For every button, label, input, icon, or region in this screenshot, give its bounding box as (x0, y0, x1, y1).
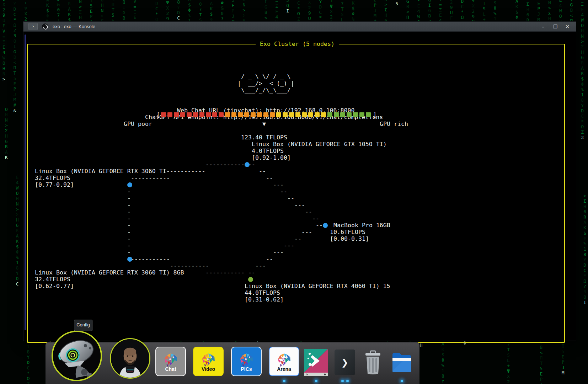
window-menu-button[interactable]: › (28, 23, 38, 30)
konsole-dock-icon[interactable]: ❯ (335, 350, 355, 375)
folder-icon[interactable] (391, 350, 412, 375)
gpu-bar-square (225, 112, 230, 117)
window-titlebar[interactable]: › exo : exo — Konsole – ❐ ✕ (23, 22, 576, 32)
trash-can (363, 350, 383, 375)
konsole-window: › exo : exo — Konsole – ❐ ✕ Exo Cluster … (23, 21, 576, 341)
bar-bracket: [ (156, 112, 160, 118)
matrix-stream: ΨX29UFV=ΞE4WOHN>ΣH6RAK$Φ%18YDC (176, 0, 181, 21)
gpu-bar-square (244, 112, 249, 117)
matrix-stream: ΣH6RAK$Φ%18YDC*ΩZ3QIGB<ΠT5 (394, 0, 400, 6)
cluster-box-title: Exo Cluster (5 nodes) (256, 41, 339, 48)
gpu-bar-square (180, 112, 185, 117)
gpu-bar-square (276, 112, 281, 117)
gpu-bar-square (161, 112, 166, 117)
gpu-bar-square (283, 112, 288, 117)
exo-cluster-box: Exo Cluster (5 nodes) _____ _____ / _ \ … (27, 44, 565, 343)
gpu-bar-square (347, 112, 352, 117)
tile-label: PICs (241, 366, 252, 372)
gpu-bar-square (206, 112, 211, 117)
gpu-bar-square (193, 112, 198, 117)
gpu-bar-square (308, 112, 313, 117)
gpu-bar-square (359, 112, 364, 117)
kdenlive-logo (304, 349, 328, 376)
dock-tile-video[interactable]: Video (193, 347, 224, 376)
node-dot-blue (127, 182, 132, 187)
terminal-content[interactable]: Exo Cluster (5 nodes) _____ _____ / _ \ … (24, 32, 576, 340)
matrix-stream: ΞE4WOHN>ΣH6RAK$Φ%18YDC*ΩZ3QI (285, 0, 290, 14)
gpu-bar-square (257, 112, 262, 117)
dock-tile-chat[interactable]: Chat (155, 347, 186, 376)
terminal-scrollbar[interactable] (25, 34, 26, 330)
matrix-stream: IGB<ΠT5EPJM#&07TSL+ΨX29UFV=ΞE4WOHN>ΣH6RA… (579, 0, 585, 140)
gpu-bar-square (302, 112, 307, 117)
close-button[interactable]: ✕ (564, 24, 571, 29)
dock-tile-arena[interactable]: Arena (269, 347, 299, 376)
gpu-bar-square (295, 112, 300, 117)
tile-label: Video (202, 366, 215, 372)
konsole-app-icon (42, 23, 48, 30)
matrix-stream: >ΣH6RAK$Φ%18YDC*ΩZ3QI (582, 193, 588, 305)
config-button[interactable]: Config (74, 320, 92, 331)
gpu-bar-square (199, 112, 204, 117)
running-indicator-dot (315, 380, 317, 382)
running-indicator-dot (401, 380, 403, 382)
gpu-bar-square (327, 112, 332, 117)
bar-bracket: ] (373, 112, 377, 118)
gpu-bar-square (251, 112, 256, 117)
gpu-bar-square (219, 112, 224, 117)
gpu-bar-square (321, 112, 326, 117)
desktop: { "window": { "title": "exo : exo — Kons… (0, 0, 588, 384)
gpu-bar-square (167, 112, 172, 117)
tile-label: Chat (165, 366, 176, 372)
maximize-button[interactable]: ❐ (552, 24, 559, 29)
gpu-bar-square (353, 112, 358, 117)
node-dot-blue (323, 223, 328, 228)
node-dot-green (248, 277, 253, 282)
gpu-bar-square (340, 112, 345, 117)
matrix-stream: OHN>ΣH6RAK (4, 107, 9, 160)
gpu-bar-square (212, 112, 217, 117)
gpu-bar-square (366, 112, 371, 117)
gpu-gradient-bar: [] (156, 112, 378, 118)
gpu-bar-square (334, 112, 339, 117)
running-indicator-dot (346, 380, 349, 382)
robot-head-image (53, 332, 101, 380)
gpu-bar-square (187, 112, 192, 117)
gpu-bar-square (289, 112, 294, 117)
tile-label: Arena (277, 366, 291, 372)
cluster-topology-diagram: _____ _____ / _ \ \/ / _ \| __/> < (_) |… (31, 60, 575, 330)
gpu-bar-square (231, 112, 236, 117)
kdenlive-icon[interactable] (304, 349, 328, 376)
gpu-bar-square (270, 112, 275, 117)
man-portrait-image (111, 339, 149, 378)
robot-avatar[interactable] (52, 331, 102, 381)
blue-folder (391, 350, 412, 375)
gpu-bar-square (263, 112, 268, 117)
running-indicator-dot (341, 380, 344, 382)
matrix-stream: >ΣH6RAK$Φ%18YDC*ΩZ3QIGB<ΠT5EPJM#& (12, 0, 18, 113)
gpu-bar-square (174, 112, 179, 117)
window-title: exo : exo — Konsole (53, 24, 95, 29)
gpu-bar-square (315, 112, 320, 117)
minimize-button[interactable]: – (540, 24, 547, 29)
dock-tile-pics[interactable]: PICs (231, 347, 262, 376)
matrix-stream: L+ΨX29UFV=ΞE4WOHN> (1, 0, 7, 82)
trash-icon[interactable] (363, 350, 383, 375)
man-avatar[interactable] (110, 338, 150, 379)
running-indicator-dot (283, 380, 285, 382)
matrix-stream: E4WOHN>ΣH6RAK$Φ%18YDC (15, 175, 20, 287)
gpu-bar-square (238, 112, 243, 117)
